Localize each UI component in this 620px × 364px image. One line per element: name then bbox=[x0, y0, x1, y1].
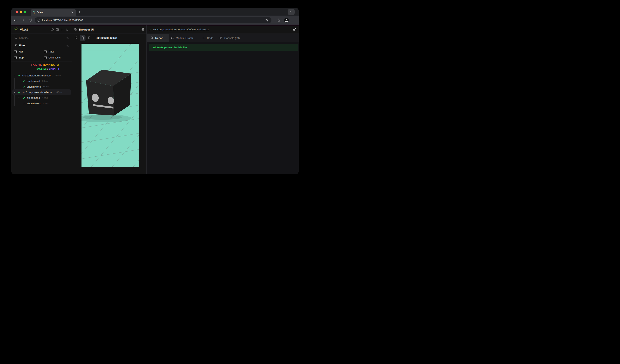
duration-badge: 43ms bbox=[43, 102, 48, 104]
run-all-icon[interactable] bbox=[61, 28, 64, 31]
tab-console[interactable]: Console (69) bbox=[219, 34, 240, 42]
filter-option-skip[interactable]: Skip bbox=[14, 55, 24, 60]
tab-search-button[interactable] bbox=[288, 9, 294, 15]
tab-report[interactable]: Report bbox=[147, 34, 169, 42]
open-external-icon[interactable] bbox=[293, 28, 296, 31]
pass-check-icon bbox=[23, 86, 25, 88]
tree-row-test[interactable]: should work 43ms bbox=[11, 101, 72, 106]
device-phone-small-button[interactable] bbox=[74, 35, 79, 41]
browser-menu-icon[interactable] bbox=[292, 18, 296, 22]
collapse-panels-icon[interactable] bbox=[51, 28, 54, 31]
test-page-viewport[interactable] bbox=[81, 44, 139, 167]
tree-row-suite[interactable]: on demand 56ms bbox=[11, 78, 72, 84]
sidebar-header: Vitest bbox=[11, 25, 72, 34]
chevron-down-icon bbox=[290, 10, 293, 14]
device-toolbar: 414x896px (68%) bbox=[72, 34, 146, 42]
clipboard-icon bbox=[150, 36, 154, 40]
tab-close-icon[interactable] bbox=[71, 11, 74, 14]
checkbox-only-tests[interactable] bbox=[44, 56, 46, 59]
dashboard-icon[interactable] bbox=[56, 28, 59, 31]
chevron-down-icon[interactable] bbox=[18, 97, 20, 99]
clear-filters-icon[interactable] bbox=[66, 44, 69, 47]
search-input[interactable] bbox=[19, 36, 59, 39]
pass-check-icon bbox=[18, 91, 21, 94]
cube-shadow bbox=[83, 115, 122, 120]
module-graph-icon bbox=[171, 36, 174, 40]
tree-row-suite[interactable]: on demand 43ms bbox=[11, 95, 72, 101]
duration-badge: 43ms bbox=[42, 97, 48, 99]
browser-toolbar: localhost:5173/#/?file=1828625563 bbox=[11, 15, 299, 25]
filter-option-pass[interactable]: Pass bbox=[44, 48, 54, 55]
new-tab-button[interactable] bbox=[78, 10, 81, 14]
dark-mode-moon-icon[interactable] bbox=[66, 28, 69, 31]
device-tablet-button[interactable] bbox=[86, 35, 92, 41]
summary-line-2: PASS (2) / SKIP (--) bbox=[31, 67, 59, 71]
reload-button[interactable] bbox=[28, 18, 32, 22]
checkbox-pass[interactable] bbox=[44, 50, 46, 53]
report-header: src/components/on-demand/OnDemand.test.t… bbox=[147, 25, 299, 34]
vitest-logo bbox=[14, 27, 18, 31]
pass-check-icon bbox=[23, 80, 25, 82]
filter-section: Filter Fail Pass bbox=[11, 42, 72, 61]
duration-badge: 56ms bbox=[56, 74, 61, 77]
vitest-favicon bbox=[33, 11, 36, 14]
test-file-tree: src/components/manual/… 56ms on demand 5… bbox=[11, 72, 72, 106]
address-bar[interactable]: localhost:5173/#/?file=1828625563 bbox=[35, 17, 271, 23]
tab-title: Vitest bbox=[37, 11, 71, 14]
code-icon bbox=[202, 36, 205, 40]
forward-button[interactable] bbox=[21, 18, 25, 22]
search-icon bbox=[14, 36, 17, 39]
phone-plus-icon bbox=[81, 36, 84, 40]
browser-window: Vitest localhost:5173/#/?file=1828625563 bbox=[11, 8, 299, 174]
browser-tabstrip: Vitest bbox=[11, 8, 299, 15]
summary-line-1: FAIL (0) / RUNNING (0) bbox=[31, 63, 59, 67]
filter-option-fail[interactable]: Fail bbox=[14, 48, 23, 55]
checkbox-skip[interactable] bbox=[14, 56, 16, 59]
browser-ui-title: Browser UI bbox=[79, 28, 94, 31]
robot-cube bbox=[86, 70, 131, 116]
pass-check-icon bbox=[23, 97, 25, 99]
vitest-ui: Vitest Filter bbox=[11, 25, 299, 174]
site-info-icon[interactable] bbox=[37, 19, 41, 22]
desktop: Vitest localhost:5173/#/?file=1828625563 bbox=[0, 0, 310, 182]
tab-module-graph[interactable]: Module Graph bbox=[171, 34, 193, 42]
tree-row-test[interactable]: should work 55ms bbox=[11, 84, 72, 89]
close-window-button[interactable] bbox=[16, 11, 18, 13]
url-text[interactable]: localhost:5173/#/?file=1828625563 bbox=[42, 19, 83, 22]
window-controls bbox=[16, 11, 26, 13]
bookmark-star-icon[interactable] bbox=[265, 18, 269, 22]
banner-text: All tests passed in this file bbox=[153, 46, 187, 49]
chevron-down-icon[interactable] bbox=[13, 91, 16, 94]
fullscreen-window-button[interactable] bbox=[24, 11, 26, 13]
report-tab-bar: Report Module Graph Code Console (69) bbox=[147, 34, 299, 42]
browser-ui-header: Browser UI bbox=[72, 25, 146, 34]
filter-option-only-tests[interactable]: Only Tests bbox=[44, 55, 61, 60]
chevron-down-icon[interactable] bbox=[18, 80, 20, 82]
profile-avatar[interactable] bbox=[284, 17, 289, 23]
tab-code[interactable]: Code bbox=[202, 34, 213, 42]
tree-row-file-selected[interactable]: src/components/on-dema… 43ms bbox=[12, 89, 71, 95]
clear-search-filter-icon[interactable] bbox=[66, 36, 69, 39]
experiments-flask-icon[interactable] bbox=[277, 18, 280, 22]
pass-check-icon bbox=[18, 74, 21, 77]
sidebar: Vitest Filter bbox=[11, 25, 72, 174]
test-summary: FAIL (0) / RUNNING (0) PASS (2) / SKIP (… bbox=[11, 61, 72, 72]
globe-icon bbox=[74, 28, 77, 31]
report-panel: src/components/on-demand/OnDemand.test.t… bbox=[147, 25, 299, 174]
tree-row-file[interactable]: src/components/manual/… 56ms bbox=[11, 73, 72, 78]
back-button[interactable] bbox=[13, 18, 17, 22]
console-icon bbox=[219, 36, 222, 40]
tablet-icon bbox=[88, 36, 91, 40]
viewport-size-label: 414x896px (68%) bbox=[96, 36, 117, 39]
filter-funnel-icon bbox=[14, 44, 17, 47]
device-phone-plus-button[interactable] bbox=[80, 35, 85, 41]
browser-tab[interactable]: Vitest bbox=[31, 9, 76, 15]
all-tests-passed-banner: All tests passed in this file bbox=[149, 44, 298, 51]
browser-ui-panel: Browser UI 414x896px (68%) bbox=[72, 25, 146, 174]
checkbox-fail[interactable] bbox=[14, 50, 16, 53]
chevron-down-icon[interactable] bbox=[13, 74, 16, 77]
duration-badge: 56ms bbox=[42, 80, 48, 82]
search-row bbox=[11, 34, 72, 42]
collapse-panel-icon[interactable] bbox=[141, 28, 145, 31]
minimize-window-button[interactable] bbox=[20, 11, 22, 13]
